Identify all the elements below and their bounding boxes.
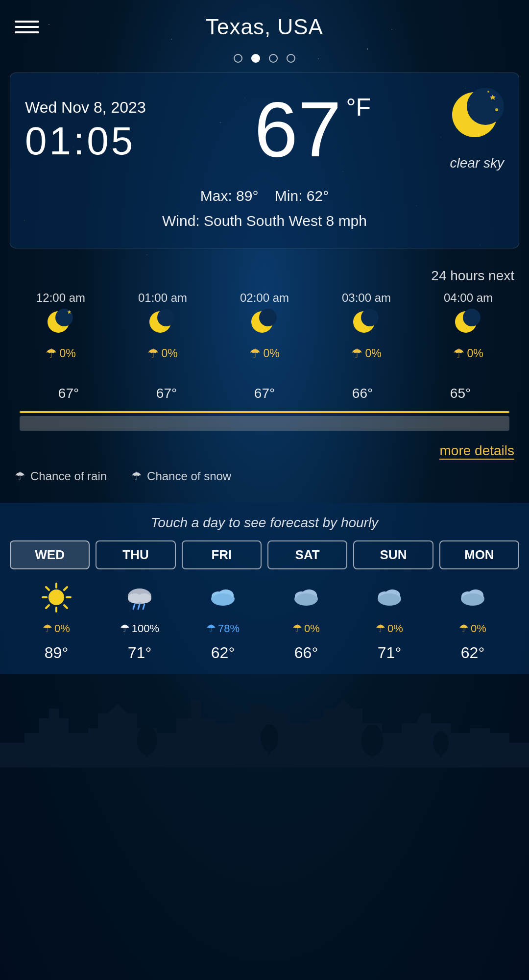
hourly-label: 24 hours next <box>10 268 519 284</box>
header: Texas, USA <box>0 0 529 49</box>
hour-rain: ☂ 0% <box>147 346 177 361</box>
dot-1[interactable] <box>234 54 242 63</box>
rain-icon: ☂ <box>453 346 464 361</box>
day-tab-fri[interactable]: FRI <box>182 540 262 569</box>
svg-point-16 <box>48 589 64 605</box>
snow-legend-label: Chance of snow <box>147 469 231 483</box>
sun-icon <box>41 582 72 618</box>
hour-icon <box>48 309 74 342</box>
cloudy-icon <box>457 582 489 618</box>
dot-3[interactable] <box>269 54 278 63</box>
svg-point-11 <box>259 309 277 326</box>
day-rain: ☂ 0% <box>43 622 70 635</box>
hourly-item[interactable]: 04:00 am ☂ 0% <box>417 291 519 361</box>
day-icons-row: ☂ 0% ☂ <box>10 582 519 635</box>
cloud-blue-icon <box>207 582 239 618</box>
day-icon-item: ☂ 100% <box>98 582 181 635</box>
menu-button[interactable] <box>15 21 39 33</box>
rain-icon: ☂ <box>147 346 159 361</box>
svg-point-38 <box>295 593 317 605</box>
svg-line-30 <box>143 604 144 609</box>
hour-icon <box>353 309 380 342</box>
svg-rect-52 <box>371 748 374 758</box>
weather-icon-block: clear sky <box>450 88 504 171</box>
day-temp: 66° <box>264 644 348 662</box>
legend-row: ☂ Chance of rain ☂ Chance of snow <box>0 465 529 493</box>
day-tabs: WED THU FRI SAT SUN MON <box>10 540 519 569</box>
rain-legend-label: Chance of rain <box>30 469 107 483</box>
svg-point-3 <box>495 108 498 111</box>
bottom-silhouette <box>0 669 529 767</box>
svg-line-21 <box>46 587 49 590</box>
day-temp: 62° <box>431 644 514 662</box>
rain-cloud-icon <box>124 582 156 618</box>
hour-time: 03:00 am <box>342 291 391 305</box>
day-temps-row: 89° 71° 62° 66° 71° 62° <box>10 639 519 662</box>
temperature-chart: 67° 67° 67° 66° 65° <box>10 386 519 433</box>
day-tab-sat[interactable]: SAT <box>267 540 347 569</box>
umbrella-icon: ☂ <box>120 622 130 635</box>
cloudy-icon <box>374 582 406 618</box>
svg-point-34 <box>212 593 234 605</box>
hour-rain: ☂ 0% <box>249 346 279 361</box>
umbrella-icon: ☂ <box>292 622 302 635</box>
hour-time: 01:00 am <box>138 291 187 305</box>
more-details-link[interactable]: more details <box>439 443 514 460</box>
svg-point-6 <box>55 309 73 326</box>
svg-point-9 <box>157 309 175 326</box>
day-tab-thu[interactable]: THU <box>96 540 175 569</box>
svg-rect-48 <box>145 748 148 758</box>
svg-rect-54 <box>439 749 442 758</box>
more-details-row: more details <box>0 433 529 465</box>
hourly-list: 12:00 am ☂ 0% 01:00 am <box>10 291 519 361</box>
page-dots <box>0 49 529 73</box>
day-temp: 89° <box>15 644 98 662</box>
snow-legend: ☂ Chance of snow <box>131 469 231 483</box>
day-rain: ☂ 0% <box>459 622 486 635</box>
weather-details: Max: 89° Min: 62° Wind: South South West… <box>25 183 504 233</box>
temp-labels-row: 67° 67° 67° 66° 65° <box>10 386 519 401</box>
time-display: 01:05 <box>25 122 146 161</box>
rain-legend: ☂ Chance of rain <box>15 469 107 483</box>
temp-label: 66° <box>313 386 411 401</box>
day-icon-item: ☂ 0% <box>348 582 431 635</box>
day-tab-wed[interactable]: WED <box>10 540 90 569</box>
day-temp: 71° <box>348 644 431 662</box>
umbrella-icon: ☂ <box>376 622 385 635</box>
svg-point-13 <box>361 309 379 326</box>
max-min-temp: Max: 89° Min: 62° <box>25 183 504 208</box>
cloudy-icon <box>290 582 322 618</box>
temp-label: 67° <box>20 386 118 401</box>
day-tab-mon[interactable]: MON <box>439 540 519 569</box>
day-rain: ☂ 78% <box>206 622 240 635</box>
hourly-item[interactable]: 01:00 am ☂ 0% <box>112 291 214 361</box>
daily-hint: Touch a day to see forecast by hourly <box>10 515 519 531</box>
condition-text: clear sky <box>450 155 504 171</box>
temperature-unit: °F <box>346 95 371 120</box>
day-tab-sun[interactable]: SUN <box>353 540 433 569</box>
umbrella-icon: ☂ <box>206 622 216 635</box>
svg-line-28 <box>133 604 135 609</box>
hour-time: 12:00 am <box>36 291 85 305</box>
hour-rain: ☂ 0% <box>46 346 75 361</box>
svg-point-27 <box>138 593 151 603</box>
hourly-item[interactable]: 12:00 am ☂ 0% <box>10 291 112 361</box>
hour-time: 04:00 am <box>444 291 493 305</box>
dot-2[interactable] <box>251 54 260 63</box>
moon-icon <box>450 88 504 150</box>
rain-icon: ☂ <box>351 346 362 361</box>
chart-container <box>20 404 509 433</box>
dot-4[interactable] <box>287 54 295 63</box>
svg-rect-50 <box>268 745 271 755</box>
hourly-item[interactable]: 02:00 am ☂ 0% <box>214 291 315 361</box>
hour-rain: ☂ 0% <box>351 346 381 361</box>
rain-icon: ☂ <box>249 346 261 361</box>
hourly-item[interactable]: 03:00 am ☂ 0% <box>315 291 417 361</box>
hour-icon <box>149 309 176 342</box>
svg-line-22 <box>64 605 67 608</box>
umbrella-icon: ☂ <box>459 622 469 635</box>
svg-line-29 <box>138 604 140 609</box>
temp-label: 67° <box>216 386 313 401</box>
chart-bar <box>20 416 509 431</box>
temperature-value: 67 °F <box>254 90 341 169</box>
